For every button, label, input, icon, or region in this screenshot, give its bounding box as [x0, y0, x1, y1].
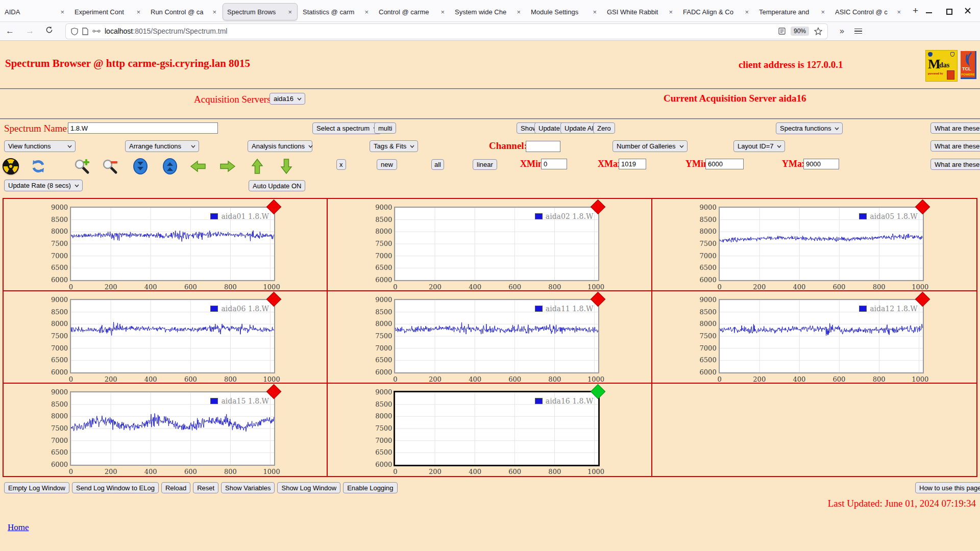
shift-left-icon[interactable] [190, 158, 206, 174]
forward-icon[interactable]: → [20, 26, 40, 36]
tab-close-icon[interactable]: × [896, 8, 902, 16]
shift-right-icon[interactable] [219, 158, 236, 174]
tab-close-icon[interactable]: × [820, 8, 826, 16]
update-rate-dropdown[interactable]: Update Rate (8 secs) [4, 180, 83, 191]
spectrum-panel-aida06[interactable]: 6000650070007500800085009000020040060080… [4, 291, 328, 384]
spectrum-panel-aida02[interactable]: 6000650070007500800085009000020040060080… [328, 199, 652, 291]
reader-mode-icon[interactable] [778, 28, 786, 35]
show-log-window-button[interactable]: Show Log Window [277, 482, 340, 493]
ymax-input[interactable] [803, 159, 839, 169]
hamburger-menu-icon[interactable] [854, 29, 862, 34]
tab-close-icon[interactable]: × [516, 8, 522, 16]
permissions-icon[interactable] [92, 29, 101, 34]
shift-down-icon[interactable] [278, 158, 295, 174]
tab-close-icon[interactable]: × [287, 8, 293, 16]
reset-button[interactable]: Reset [193, 482, 218, 493]
tab-close-icon[interactable]: × [59, 8, 65, 16]
tab-close-icon[interactable]: × [439, 8, 446, 16]
radiation-icon[interactable] [3, 158, 19, 174]
tab-close-icon[interactable]: × [211, 8, 217, 16]
tab-control-carme[interactable]: Control @ carme× [375, 3, 450, 20]
tab-fadc-align-co[interactable]: FADC Align & Co× [679, 3, 754, 20]
layout-id-dropdown[interactable]: Layout ID=7 [733, 140, 785, 152]
spectrum-name-input[interactable] [68, 122, 218, 134]
ymin-input[interactable] [705, 159, 744, 169]
view-functions-dropdown[interactable]: View functions [4, 140, 76, 152]
bookmark-star-icon[interactable] [814, 27, 822, 35]
xmin-input[interactable] [541, 159, 567, 169]
plot-area[interactable]: aida02 1.8.W [394, 207, 599, 281]
enable-logging-button[interactable]: Enable Logging [343, 482, 397, 493]
maximize-icon[interactable] [945, 8, 951, 14]
send-log-window-to-elog-button[interactable]: Send Log Window to ELog [72, 482, 159, 493]
overflow-menu-icon[interactable]: » [840, 27, 844, 36]
reload-icon[interactable] [40, 26, 59, 36]
update-button[interactable]: Update [534, 122, 564, 134]
page-icon[interactable] [82, 28, 88, 35]
what-are-these-button-1[interactable]: What are these? [930, 122, 980, 134]
minimize-icon[interactable] [926, 8, 932, 14]
tab-statistics-carm[interactable]: Statistics @ carm× [299, 3, 374, 20]
acquisition-server-select[interactable]: aida16 [270, 93, 305, 105]
channel-input[interactable] [526, 141, 560, 152]
spectrum-panel-aida15[interactable]: 6000650070007500800085009000020040060080… [4, 384, 328, 476]
multi-button[interactable]: multi [374, 122, 396, 134]
tags-fits-dropdown[interactable]: Tags & Fits [370, 140, 418, 152]
plot-area[interactable]: aida05 1.8.W [719, 207, 924, 281]
arrange-functions-dropdown[interactable]: Arrange functions [125, 140, 199, 152]
close-window-icon[interactable] [965, 8, 971, 14]
linear-button[interactable]: linear [473, 159, 497, 170]
tab-close-icon[interactable]: × [744, 8, 750, 16]
what-are-these-button-2[interactable]: What are these? [930, 140, 980, 152]
what-are-these-button-3[interactable]: What are these? [930, 159, 980, 170]
collapse-vertical-icon[interactable] [132, 158, 149, 174]
spectra-functions-dropdown[interactable]: Spectra functions [776, 122, 843, 134]
plot-area[interactable]: aida11 1.8.W [394, 299, 599, 373]
plot-area[interactable]: aida01 1.8.W [70, 207, 275, 281]
select-spectrum-dropdown[interactable]: Select a spectrum [312, 122, 381, 134]
x-button[interactable]: x [336, 159, 346, 170]
tab-close-icon[interactable]: × [135, 8, 141, 16]
back-icon[interactable]: ← [0, 26, 20, 36]
zero-button[interactable]: Zero [593, 122, 615, 134]
tab-asic-control-c[interactable]: ASIC Control @ c× [831, 3, 906, 20]
xmax-input[interactable] [619, 159, 646, 169]
tab-close-icon[interactable]: × [592, 8, 598, 16]
plot-area[interactable]: aida12 1.8.W [719, 299, 924, 373]
zoom-out-icon[interactable] [103, 158, 119, 174]
spectrum-panel-aida12[interactable]: 6000650070007500800085009000020040060080… [652, 291, 976, 384]
spectrum-panel-aida11[interactable]: 6000650070007500800085009000020040060080… [328, 291, 652, 384]
zoom-level-badge[interactable]: 90% [791, 27, 809, 36]
spectrum-panel-aida16[interactable]: 6000650070007500800085009000020040060080… [328, 384, 652, 476]
tab-temperature-and[interactable]: Temperature and× [755, 3, 830, 20]
zoom-in-icon[interactable] [74, 158, 90, 174]
tab-spectrum-brows[interactable]: Spectrum Brows× [223, 3, 298, 20]
plot-area[interactable]: aida16 1.8.W [394, 391, 600, 466]
empty-log-window-button[interactable]: Empty Log Window [4, 482, 69, 493]
how-to-use-button[interactable]: How to use this page [915, 482, 980, 493]
expand-vertical-icon[interactable] [162, 158, 178, 174]
tab-system-wide-che[interactable]: System wide Che× [451, 3, 526, 20]
analysis-functions-dropdown[interactable]: Analysis functions [248, 140, 312, 152]
spectrum-panel-aida05[interactable]: 6000650070007500800085009000020040060080… [652, 199, 976, 291]
shift-up-icon[interactable] [249, 158, 265, 174]
tab-aida[interactable]: AIDA× [1, 3, 69, 20]
show-variables-button[interactable]: Show Variables [221, 482, 275, 493]
reload-button[interactable]: Reload [161, 482, 190, 493]
midas-logo[interactable]: M idas powered by [925, 50, 958, 82]
tab-close-icon[interactable]: × [668, 8, 674, 16]
tcl-powered-logo[interactable]: TCL POWERED [961, 51, 976, 79]
spectrum-panel-aida01[interactable]: 6000650070007500800085009000020040060080… [4, 199, 328, 291]
url-field[interactable]: localhost:8015/Spectrum/Spectrum.tml 90% [66, 24, 827, 39]
tab-gsi-white-rabbit[interactable]: GSI White Rabbit× [603, 3, 678, 20]
home-link[interactable]: Home [8, 522, 29, 533]
auto-update-button[interactable]: Auto Update ON [249, 180, 305, 191]
tab-module-settings[interactable]: Module Settings× [527, 3, 602, 20]
number-of-galleries-dropdown[interactable]: Number of Galleries [612, 140, 688, 152]
new-button[interactable]: new [377, 159, 397, 170]
plot-area[interactable]: aida15 1.8.W [70, 391, 275, 466]
tab-experiment-cont[interactable]: Experiment Cont× [70, 3, 145, 20]
tab-close-icon[interactable]: × [363, 8, 370, 16]
shield-icon[interactable] [71, 28, 78, 35]
all-button[interactable]: all [431, 159, 444, 170]
